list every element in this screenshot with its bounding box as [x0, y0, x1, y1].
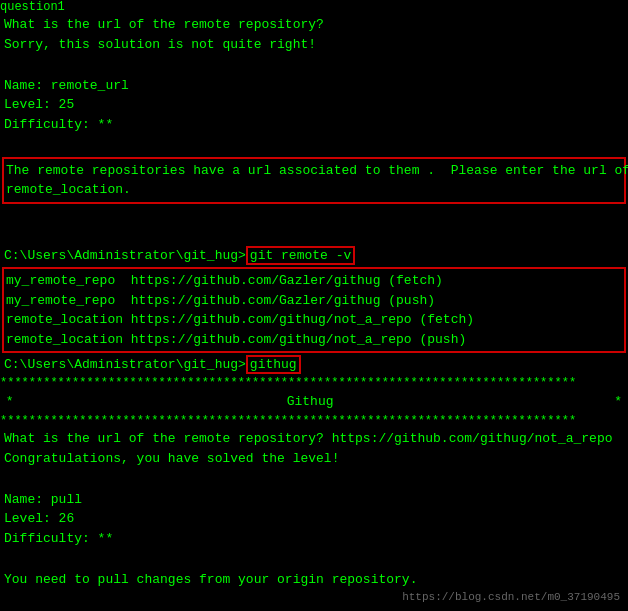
blank1: [0, 55, 628, 75]
desc2-text: You need to pull changes from your origi…: [4, 570, 624, 590]
question2-text: What is the url of the remote repository…: [4, 429, 624, 449]
cmd1-section: C:\Users\Administrator\git_hug>git remot…: [0, 245, 628, 267]
level2-line: Level: 26: [4, 509, 624, 529]
question1-text: What is the url of the remote repository…: [4, 15, 624, 35]
remote-output-box: my_remote_repo https://github.com/Gazler…: [2, 267, 626, 353]
mid-divider1: ****************************************…: [0, 376, 628, 390]
name-line: Name: remote_url: [4, 76, 624, 96]
blank2: [0, 135, 628, 155]
congrats-text: Congratulations, you have solved the lev…: [4, 449, 624, 469]
level-line: Level: 25: [4, 95, 624, 115]
cmd2-section: C:\Users\Administrator\git_hug>githug: [0, 354, 628, 376]
remote-output-2: my_remote_repo https://github.com/Gazler…: [6, 291, 622, 311]
cmd2-command: githug: [246, 355, 301, 374]
mid-divider2: ****************************************…: [0, 414, 628, 428]
blank4: [0, 225, 628, 245]
githug-title: * Githug *: [0, 390, 628, 413]
blank3: [0, 206, 628, 226]
cmd1-command: git remote -v: [246, 246, 355, 265]
terminal: question1 What is the url of the remote …: [0, 0, 628, 611]
cmd1-prompt: C:\Users\Administrator\git_hug>git remot…: [4, 246, 624, 266]
hint-line2: remote_location.: [6, 180, 622, 200]
top-divider: question1: [0, 0, 628, 14]
name2-line: Name: pull: [4, 490, 624, 510]
question1-section: What is the url of the remote repository…: [0, 14, 628, 55]
info2-section: Name: pull Level: 26 Difficulty: **: [0, 489, 628, 550]
remote-output-1: my_remote_repo https://github.com/Gazler…: [6, 271, 622, 291]
remote-output-3: remote_location https://github.com/githu…: [6, 310, 622, 330]
watermark: https://blog.csdn.net/m0_37190495: [402, 591, 620, 603]
error-text: Sorry, this solution is not quite right!: [4, 35, 624, 55]
hint-box: The remote repositories have a url assoc…: [2, 157, 626, 204]
hint-line1: The remote repositories have a url assoc…: [6, 161, 622, 181]
difficulty-line: Difficulty: **: [4, 115, 624, 135]
remote-output-4: remote_location https://github.com/githu…: [6, 330, 622, 350]
blank5: [0, 469, 628, 489]
desc2-section: You need to pull changes from your origi…: [0, 569, 628, 591]
difficulty2-line: Difficulty: **: [4, 529, 624, 549]
cmd2-prompt: C:\Users\Administrator\git_hug>githug: [4, 355, 624, 375]
blank6: [0, 549, 628, 569]
info1-section: Name: remote_url Level: 25 Difficulty: *…: [0, 75, 628, 136]
question2-section: What is the url of the remote repository…: [0, 428, 628, 469]
